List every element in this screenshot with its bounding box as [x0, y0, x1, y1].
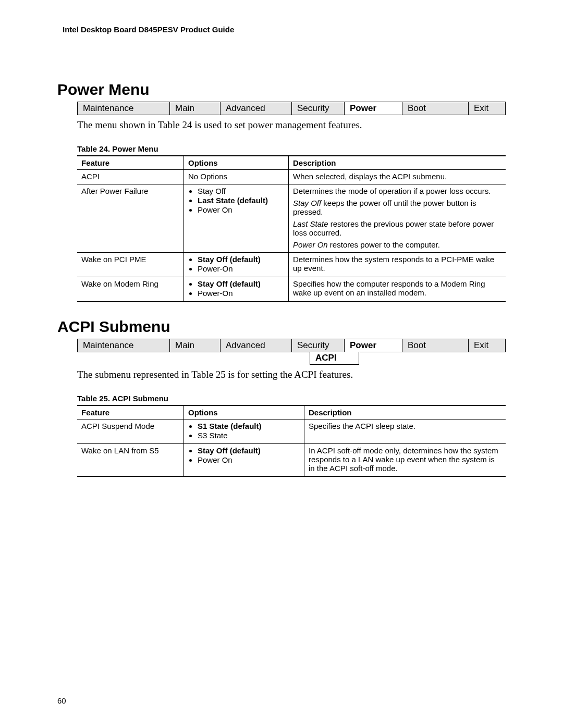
cell-options: Stay Off (default)Power-On — [184, 277, 289, 302]
tab-power: Power — [345, 339, 402, 352]
cell-options: Stay Off (default)Power On — [184, 444, 304, 477]
th-description: Description — [289, 156, 506, 170]
th-description: Description — [304, 405, 506, 419]
tab-exit: Exit — [469, 339, 505, 352]
tab-main: Main — [170, 339, 221, 352]
option-item: Power-On — [198, 289, 284, 298]
intro-text-1: The menu shown in Table 24 is used to se… — [77, 119, 506, 131]
tab-advanced: Advanced — [221, 102, 292, 115]
tab-maintenance: Maintenance — [78, 339, 170, 352]
intro-text-2: The submenu represented in Table 25 is f… — [77, 369, 506, 380]
th-options: Options — [184, 156, 289, 170]
tab-boot: Boot — [402, 339, 469, 352]
cell-options: Stay Off (default)Power-On — [184, 253, 289, 277]
table-24-power-menu: Feature Options Description ACPINo Optio… — [77, 155, 506, 302]
cell-description: In ACPI soft-off mode only, determines h… — [304, 444, 506, 477]
table-row: Wake on PCI PMEStay Off (default)Power-O… — [77, 253, 506, 277]
tab-exit: Exit — [469, 102, 505, 115]
document-header: Intel Desktop Board D845PESV Product Gui… — [63, 25, 506, 34]
cell-description: When selected, displays the ACPI submenu… — [289, 170, 506, 184]
th-feature: Feature — [77, 156, 184, 170]
cell-feature: ACPI Suspend Mode — [77, 419, 184, 444]
option-item: Stay Off — [198, 187, 284, 196]
table-row: ACPI Suspend ModeS1 State (default)S3 St… — [77, 419, 506, 444]
table-25-acpi-submenu: Feature Options Description ACPI Suspend… — [77, 405, 506, 477]
tab-advanced: Advanced — [221, 339, 292, 352]
cell-feature: After Power Failure — [77, 184, 184, 253]
option-item: Stay Off (default) — [198, 279, 284, 289]
cell-description: Determines the mode of operation if a po… — [289, 184, 506, 253]
heading-power-menu: Power Menu — [57, 81, 506, 98]
cell-feature: Wake on Modem Ring — [77, 277, 184, 302]
tab-power: Power — [345, 102, 402, 115]
cell-feature: Wake on PCI PME — [77, 253, 184, 277]
bios-tabstrip-1: Maintenance Main Advanced Security Power… — [77, 102, 506, 115]
th-feature: Feature — [77, 405, 184, 419]
tab-main: Main — [170, 102, 221, 115]
table-row: ACPINo OptionsWhen selected, displays th… — [77, 170, 506, 184]
cell-feature: Wake on LAN from S5 — [77, 444, 184, 477]
cell-description: Specifies how the computer responds to a… — [289, 277, 506, 302]
cell-options: S1 State (default)S3 State — [184, 419, 304, 444]
tab-maintenance: Maintenance — [78, 102, 170, 115]
cell-description: Determines how the system responds to a … — [289, 253, 506, 277]
option-item: S1 State (default) — [198, 422, 300, 431]
tab-security: Security — [292, 339, 345, 352]
option-item: Power-On — [198, 264, 284, 274]
page-number: 60 — [57, 696, 66, 705]
table-row: After Power FailureStay OffLast State (d… — [77, 184, 506, 253]
cell-feature: ACPI — [77, 170, 184, 184]
cell-description: Specifies the ACPI sleep state. — [304, 419, 506, 444]
cell-options: No Options — [184, 170, 289, 184]
document-page: Intel Desktop Board D845PESV Product Gui… — [0, 0, 563, 728]
heading-acpi-submenu: ACPI Submenu — [57, 318, 506, 336]
option-item: Power On — [198, 205, 284, 215]
tab-boot: Boot — [402, 102, 469, 115]
table-25-caption: Table 25. ACPI Submenu — [77, 394, 506, 403]
bios-tabstrip-2: Maintenance Main Advanced Security Power… — [77, 339, 506, 352]
option-item: Stay Off (default) — [198, 446, 300, 455]
table-row: Wake on Modem RingStay Off (default)Powe… — [77, 277, 506, 302]
submenu-tab-acpi: ACPI — [310, 352, 359, 365]
option-item: S3 State — [198, 431, 300, 440]
option-item: Power On — [198, 455, 300, 465]
option-item: Last State (default) — [198, 196, 284, 205]
option-item: Stay Off (default) — [198, 255, 284, 264]
table-24-caption: Table 24. Power Menu — [77, 144, 506, 153]
submenu-row: ACPI — [77, 352, 506, 365]
th-options: Options — [184, 405, 304, 419]
cell-options: Stay OffLast State (default)Power On — [184, 184, 289, 253]
tab-security: Security — [292, 102, 345, 115]
table-row: Wake on LAN from S5Stay Off (default)Pow… — [77, 444, 506, 477]
